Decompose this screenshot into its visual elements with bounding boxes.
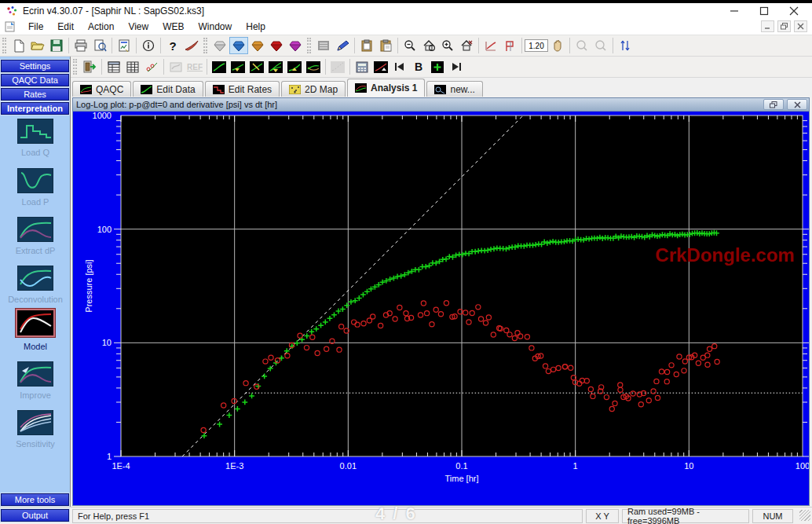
zoom-previous-button[interactable] [572, 37, 591, 54]
value-display-box[interactable]: 1.20 [525, 39, 548, 52]
bold-annotation-button[interactable]: B [409, 58, 428, 75]
plot-type-4-button[interactable] [266, 58, 285, 75]
step-sensitivity[interactable]: Sensitivity [0, 410, 71, 449]
plot-window-titlebar[interactable]: Log-Log plot: p-p@dt=0 and derivative [p… [73, 98, 809, 112]
plot-type-6-button[interactable] [304, 58, 323, 75]
sidebar-section-interpretation[interactable]: Interpretation [1, 102, 69, 115]
data-table-button[interactable] [104, 58, 123, 75]
info-button[interactable] [139, 37, 158, 54]
tab-qaqc[interactable]: QAQC [72, 81, 131, 97]
new-file-button[interactable] [9, 37, 28, 54]
sort-options-button[interactable] [616, 37, 635, 54]
step-load-p[interactable]: Load P [0, 168, 71, 207]
add-analysis-button[interactable] [428, 58, 447, 75]
module-diamant-button[interactable] [210, 37, 229, 54]
close-button[interactable] [779, 3, 809, 18]
toolbar-grip[interactable] [73, 59, 77, 75]
reference-button[interactable]: REF [185, 58, 204, 75]
module-topaze-button[interactable] [248, 37, 267, 54]
sidebar-section-settings[interactable]: Settings [1, 60, 69, 72]
line-tool-button[interactable] [481, 37, 500, 54]
calculator-button[interactable] [353, 58, 371, 75]
minimize-button[interactable] [719, 3, 749, 18]
plot-restore-button[interactable] [763, 99, 784, 110]
step-load-q[interactable]: Load Q [0, 119, 71, 157]
print-button[interactable] [71, 37, 90, 54]
print-preview-button[interactable] [90, 37, 109, 54]
module-rubis-button[interactable] [267, 37, 286, 54]
step-improve[interactable]: Improve [0, 361, 71, 400]
resize-grip[interactable] [799, 510, 810, 521]
save-button[interactable] [47, 37, 66, 54]
list-view-button[interactable] [314, 37, 333, 54]
plot-type-5-button[interactable] [285, 58, 304, 75]
tab-analysis-1[interactable]: Analysis 1 [347, 79, 425, 97]
model-plot-button[interactable] [371, 58, 390, 75]
mdi-minimize-button[interactable] [761, 20, 774, 32]
toolbar-grip[interactable] [2, 38, 6, 53]
sensitivity-icon [17, 410, 53, 435]
tab-label: QAQC [96, 84, 123, 95]
loglog-chart[interactable]: 1E-41E-30.010.11101001101001000Time [hr]… [73, 112, 809, 505]
edit-pen-button[interactable] [333, 37, 352, 54]
mdi-close-button[interactable] [794, 20, 807, 32]
module-saphir-button[interactable] [229, 37, 248, 54]
report-button[interactable] [115, 37, 134, 54]
flag-tool-icon [503, 40, 516, 52]
annotation-tool-button[interactable] [500, 37, 519, 54]
plot-close-button[interactable] [787, 99, 807, 110]
zoom-home-button[interactable] [419, 37, 438, 54]
sidebar-section-qaqc-data[interactable]: QAQC Data [1, 74, 69, 86]
exit-analysis-button[interactable] [80, 58, 99, 75]
new-document-icon [13, 39, 26, 53]
mdi-restore-button[interactable] [777, 20, 791, 32]
step-deconvolution[interactable]: Deconvolution [0, 266, 71, 304]
paste-plot-button[interactable] [376, 37, 395, 54]
copy-plot-button[interactable] [357, 37, 376, 54]
plot-type-3-button[interactable] [247, 58, 266, 75]
menu-web[interactable]: WEB [155, 19, 191, 35]
improve-icon [17, 361, 53, 387]
maximize-button[interactable] [749, 3, 779, 18]
tab-2d-map[interactable]: 2D Map [281, 81, 346, 97]
menu-action[interactable]: Action [81, 19, 121, 35]
scatter-gray-button[interactable] [328, 58, 347, 75]
output-button[interactable]: Output [1, 509, 69, 522]
zoom-next-button[interactable] [591, 37, 610, 54]
plot-type-2-button[interactable] [229, 58, 247, 75]
tab-new[interactable]: new... [426, 81, 482, 97]
toolbar-grip[interactable] [307, 38, 311, 53]
help-button[interactable]: ? [163, 37, 182, 54]
menu-help[interactable]: Help [239, 19, 272, 35]
plot-type-1-button[interactable] [210, 58, 229, 75]
module-amethyste-button[interactable] [286, 37, 305, 54]
pan-button[interactable] [548, 37, 567, 54]
gauge-compare-button[interactable] [166, 58, 185, 75]
menu-view[interactable]: View [121, 19, 155, 35]
hand-pan-icon [551, 39, 564, 52]
context-help-button[interactable] [182, 37, 201, 54]
tab-label: new... [450, 84, 474, 95]
scatter-tool-button[interactable] [142, 58, 161, 75]
tab-edit-data[interactable]: Edit Data [133, 81, 203, 97]
open-file-button[interactable] [28, 37, 47, 54]
more-tools-button[interactable]: More tools [1, 493, 69, 506]
step-model[interactable]: Model [0, 308, 71, 351]
sidebar-section-rates[interactable]: Rates [1, 88, 69, 101]
previous-step-button[interactable] [390, 58, 409, 75]
list-icon [317, 40, 330, 51]
menu-file[interactable]: File [21, 19, 50, 35]
zoom-out-button[interactable] [401, 37, 419, 54]
menu-edit[interactable]: Edit [50, 19, 81, 35]
menu-window[interactable]: Window [192, 19, 240, 35]
topaze-gem-icon [251, 39, 265, 53]
toolbar-grip[interactable] [203, 38, 207, 53]
step-forward-icon [451, 62, 462, 71]
tab-edit-rates[interactable]: Edit Rates [205, 81, 280, 97]
zoom-in-button[interactable] [438, 37, 457, 54]
next-step-button[interactable] [447, 58, 466, 75]
title-bar[interactable]: Ecrin v4.30.07 - [Saphir NL : SapGS02.ks… [0, 3, 812, 18]
results-table-button[interactable] [123, 58, 142, 75]
step-extract-dp[interactable]: Extract dP [0, 217, 71, 255]
reset-scales-button[interactable] [457, 37, 476, 54]
